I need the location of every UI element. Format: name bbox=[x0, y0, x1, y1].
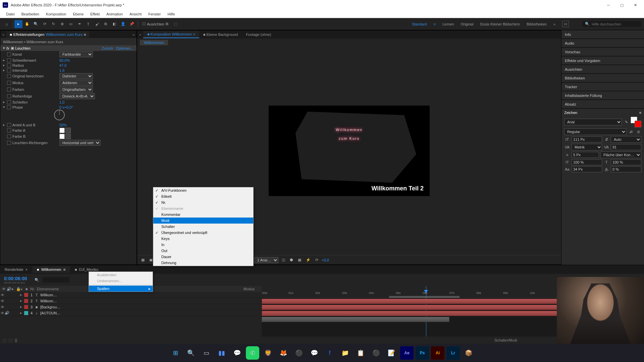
taskbar-app1[interactable]: ⚫ bbox=[292, 346, 306, 360]
views-select[interactable]: 1 Ansi… bbox=[254, 257, 278, 263]
brush-tool[interactable]: 🖌 bbox=[93, 20, 101, 28]
viewer-grid-icon[interactable]: ▦ bbox=[140, 257, 146, 263]
workspace-original[interactable]: Original bbox=[461, 22, 473, 26]
prop-intensitat[interactable]: 1,6 bbox=[59, 68, 64, 72]
ctx-sub-item[interactable]: ✓Nr. bbox=[153, 199, 253, 205]
menu-bearbeiten[interactable]: Bearbeiten bbox=[18, 11, 43, 17]
effect-header[interactable]: ▾fx▣ Leuchten Zurück Optionen... bbox=[0, 45, 137, 51]
workspace-toggle[interactable]: ▭ bbox=[562, 21, 569, 27]
viewer-3d-icon[interactable]: ⬢ bbox=[288, 257, 294, 263]
snapping-toggle[interactable]: ☐Ausrichten⧉ bbox=[142, 22, 168, 26]
ctx-spalten[interactable]: Spalten▸ bbox=[89, 286, 153, 292]
menu-datei[interactable]: Datei bbox=[3, 11, 18, 17]
orbit-tool[interactable]: ⟳ bbox=[41, 20, 49, 28]
comp-tab-footage[interactable]: Footage (ohne) bbox=[242, 31, 275, 38]
clone-tool[interactable]: ⧉ bbox=[102, 20, 110, 28]
ctx-sub-item[interactable]: In bbox=[153, 242, 253, 248]
stroke-mode[interactable]: Fläche über Kon… bbox=[600, 152, 641, 158]
ctx-sub-item[interactable]: ✓A/V-Funktionen bbox=[153, 187, 253, 193]
panel-absatz[interactable]: Absatz bbox=[561, 100, 644, 109]
prop-modus[interactable]: Addieren bbox=[59, 80, 93, 86]
ctx-sub-item[interactable]: ✓Ebenenname bbox=[153, 205, 253, 212]
panel-content-aware[interactable]: Inhaltsbasierte Füllung bbox=[561, 91, 644, 100]
viewer-mask-icon[interactable]: ◫ bbox=[280, 257, 286, 263]
color-a-swatch[interactable] bbox=[59, 128, 65, 133]
no-color-icon[interactable]: ⊘ bbox=[635, 129, 641, 135]
rotate-tool[interactable]: ↻ bbox=[49, 20, 57, 28]
help-search-input[interactable] bbox=[592, 22, 639, 26]
exposure-value[interactable]: +0,0 bbox=[322, 258, 329, 262]
maximize-button[interactable]: ▢ bbox=[619, 3, 625, 7]
hscale[interactable] bbox=[611, 159, 641, 165]
start-button[interactable]: ⊞ bbox=[169, 346, 182, 360]
menu-animation[interactable]: Animation bbox=[103, 11, 126, 17]
effect-reset[interactable]: Zurück bbox=[102, 46, 113, 50]
taskbar-ps[interactable]: Ps bbox=[416, 346, 429, 360]
hand-tool[interactable]: ✋ bbox=[23, 20, 31, 28]
panel-effekte[interactable]: Effekte und Vorgaben bbox=[561, 56, 644, 65]
menu-ansicht[interactable]: Ansicht bbox=[126, 11, 145, 17]
menu-ebene[interactable]: Ebene bbox=[69, 11, 87, 17]
taskbar-brave[interactable]: 🦁 bbox=[261, 346, 275, 360]
viewer-pixel-icon[interactable]: ▦ bbox=[297, 257, 303, 263]
workspace-klein[interactable]: Dosis Kleiner Bildschirm bbox=[480, 22, 520, 26]
close-button[interactable]: ✕ bbox=[632, 3, 639, 7]
color-a-eyedropper[interactable] bbox=[65, 128, 71, 133]
layer-row[interactable]: 👁 ▸ 2 T Willkom… bbox=[0, 298, 262, 304]
minimize-button[interactable]: ─ bbox=[605, 3, 612, 7]
toggle-switches-icon[interactable]: ⬚ bbox=[3, 338, 6, 343]
menu-komposition[interactable]: Komposition bbox=[43, 11, 70, 17]
vscale[interactable] bbox=[572, 159, 602, 165]
taskbar-notepad[interactable]: 📝 bbox=[385, 346, 398, 360]
prop-reihenfolge[interactable]: Dreieck A>B>A bbox=[59, 93, 95, 99]
panel-tracker[interactable]: Tracker bbox=[561, 82, 644, 91]
swap-colors-icon[interactable]: ⇄ bbox=[628, 129, 634, 135]
taskbar-lr[interactable]: Lr bbox=[446, 346, 460, 360]
stroke-width[interactable] bbox=[572, 152, 599, 158]
timeline-tab-willkommen[interactable]: ■Willkommen≡ bbox=[32, 266, 70, 273]
taskbar-search[interactable]: 🔍 bbox=[184, 346, 198, 360]
phase-dial[interactable] bbox=[54, 110, 65, 120]
roto-tool[interactable]: 👤 bbox=[119, 20, 127, 28]
pen-tool[interactable]: ✒ bbox=[75, 20, 84, 28]
toggle-modes-icon[interactable]: ⬚ bbox=[9, 338, 12, 343]
color-b-swatch[interactable] bbox=[59, 134, 65, 139]
taskbar-widgets[interactable]: ▮▮ bbox=[215, 346, 228, 360]
workspace-more[interactable]: » bbox=[553, 22, 555, 26]
effect-tab[interactable]: ■ Effekteinstellungen Willkommen zum Kur… bbox=[6, 31, 89, 38]
timeline-tab-render[interactable]: Renderliste× bbox=[0, 266, 32, 273]
eyedropper-icon[interactable]: ✎ bbox=[623, 119, 629, 125]
menu-hilfe[interactable]: Hilfe bbox=[164, 11, 178, 17]
kerning[interactable]: Metrik bbox=[572, 144, 602, 150]
timeline-search[interactable] bbox=[43, 277, 69, 283]
workspace-lernen[interactable]: Lernen bbox=[442, 22, 454, 26]
taskbar-chat[interactable]: 💬 bbox=[230, 346, 244, 360]
frame-blend-icon[interactable]: {} bbox=[15, 338, 17, 342]
taskbar-messenger[interactable]: 💬 bbox=[308, 346, 321, 360]
ctx-sub-item[interactable]: ✓Etikett bbox=[153, 193, 253, 199]
layer-row[interactable]: 👁🔊 ▸ 4 ♪ [AUTOUN… bbox=[0, 310, 262, 316]
prop-anteil[interactable]: 50% bbox=[59, 123, 67, 127]
taskbar-obs[interactable]: ⚫ bbox=[369, 346, 383, 360]
taskbar-facebook[interactable]: f bbox=[323, 346, 336, 360]
ctx-umbenennen[interactable]: Umbenennen... bbox=[89, 278, 153, 284]
taskbar-explorer[interactable]: 📁 bbox=[338, 346, 352, 360]
prop-original[interactable]: Dahinter bbox=[59, 73, 93, 79]
menu-fenster[interactable]: Fenster bbox=[145, 11, 164, 17]
text-tool[interactable]: T bbox=[84, 20, 92, 28]
mask-mode[interactable]: ⬚ bbox=[172, 20, 180, 28]
color-b-eyedropper[interactable] bbox=[65, 134, 71, 139]
layer-row[interactable]: 👁 ▸ 3 ■ [Backgrou… bbox=[0, 304, 262, 310]
shape-tool[interactable]: ▭ bbox=[67, 20, 75, 28]
taskbar-app3[interactable]: 📦 bbox=[462, 346, 475, 360]
panel-bibliotheken[interactable]: Bibliotheken bbox=[561, 74, 644, 82]
ctx-sub-item[interactable]: Dehnung bbox=[153, 260, 253, 266]
font-style[interactable]: Regular bbox=[564, 128, 627, 135]
ctx-sub-item[interactable]: Dauer bbox=[153, 254, 253, 260]
font-size[interactable] bbox=[572, 136, 602, 142]
taskbar-app2[interactable]: 📋 bbox=[354, 346, 367, 360]
zoom-tool[interactable]: 🔍 bbox=[32, 20, 40, 28]
current-time[interactable]: 0:00:06:00 bbox=[0, 276, 31, 281]
taskbar-firefox[interactable]: 🦊 bbox=[277, 346, 290, 360]
anchor-tool[interactable]: ⊕ bbox=[58, 20, 66, 28]
